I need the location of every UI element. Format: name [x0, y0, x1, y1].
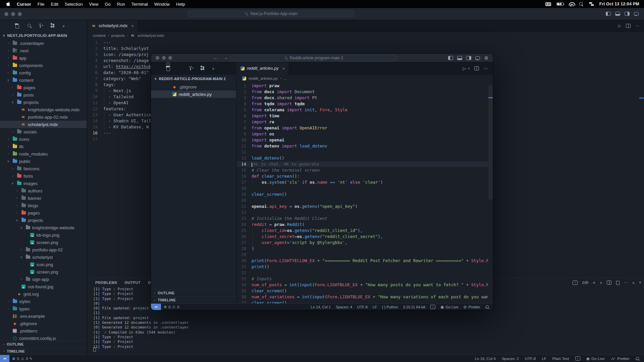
tree-item--gitignore[interactable]: ◆.gitignore — [0, 320, 87, 327]
menu-item-go[interactable]: Go — [105, 2, 110, 7]
tree-item-portfolio-app-02-mdx[interactable]: M↓portfolio-app-02.mdx — [0, 113, 87, 121]
panel-tab-problems[interactable]: PROBLEMS — [95, 281, 117, 285]
problems-status[interactable]: ⊗0 ⚠0 — [164, 305, 179, 309]
code-line-20[interactable]: 20 — [237, 197, 488, 203]
code-line-16[interactable]: 16def clear_screen(): — [237, 173, 488, 179]
code-line-21[interactable]: 21openai.api_key = os.getenv("open_api_k… — [237, 203, 488, 209]
tree-item-projects[interactable]: ∨projects — [0, 99, 87, 106]
toggle-panel-icon[interactable] — [457, 56, 462, 60]
code-line-28[interactable]: 28) — [237, 246, 488, 252]
bg-editor-scrollbar[interactable] — [639, 32, 644, 262]
chat-icon[interactable] — [475, 56, 480, 60]
tree-item--env-example[interactable]: .env.example — [0, 312, 87, 320]
kill-terminal-icon[interactable] — [616, 281, 620, 285]
code-line-8[interactable]: 8from openai import OpenAIError — [237, 125, 488, 131]
notifications-bell[interactable] — [636, 357, 639, 361]
tree-item-config[interactable]: ›config — [0, 69, 87, 76]
go-live[interactable]: ◉Go Live — [440, 305, 458, 309]
explorer-icon[interactable] — [166, 66, 171, 71]
tree-item-public[interactable]: ∨public — [0, 158, 87, 165]
code-line-25[interactable]: 25 client_id=os.getenv("reddit_client_id… — [237, 228, 488, 234]
menu-item-cursor[interactable]: Cursor — [17, 2, 31, 7]
tree-item--gitignore[interactable]: ◆.gitignore — [151, 83, 236, 90]
tree-item-screen-png[interactable]: ▲screen.png — [0, 239, 87, 246]
tree-item-content[interactable]: ∨content — [0, 76, 87, 84]
bg-breadcrumb[interactable]: content› projects› M↓ scholarlyst.mdx — [88, 32, 644, 40]
tree-item-node-modules[interactable]: ›node_modules — [0, 150, 87, 158]
problems-status[interactable]: ⊗0 ⚠0 — [12, 356, 28, 361]
toggle-right-sidebar-icon[interactable] — [466, 56, 471, 60]
code-line-27[interactable]: 27 user_agent='script by @tylergbbs', — [237, 240, 488, 246]
run-python-icon[interactable]: ▷ — [463, 66, 466, 71]
tab-reddit-articles-py[interactable]: reddit_articles.py × — [236, 62, 289, 74]
terminal-dropdown-icon[interactable]: ∨ — [600, 281, 602, 285]
code-line-34[interactable]: 34num_of_posts = int(input(Fore.LIGHTBLU… — [237, 282, 488, 288]
code-line-11[interactable]: 11from dotenv import load_dotenv — [237, 143, 488, 149]
apple-menu-icon[interactable] — [6, 2, 10, 6]
toggle-left-sidebar-icon[interactable] — [448, 56, 453, 60]
eol[interactable]: LF — [373, 305, 377, 309]
chevron-down-icon[interactable]: ∨ — [212, 67, 214, 70]
panel-tab-output[interactable]: OUTPUT — [125, 281, 141, 285]
python-version[interactable]: 3.10.11 64-bit — [403, 305, 425, 309]
tree-item-pages[interactable]: ›pages — [0, 209, 87, 217]
menu-item-help[interactable]: Help — [176, 2, 185, 7]
indentation[interactable]: Spaces: 4 — [336, 305, 352, 309]
code-line-32[interactable]: 32 — [237, 270, 488, 276]
tree-item-knightsbridge-website-mdx[interactable]: M↓knightsbridge-website.mdx — [0, 106, 87, 113]
code-line-10[interactable]: 10import openai — [237, 137, 488, 143]
code-line-12[interactable]: 12 — [237, 149, 488, 155]
split-editor-icon[interactable] — [474, 66, 479, 70]
spotlight-icon[interactable] — [579, 2, 584, 6]
tree-item-reddit-articles-py[interactable]: reddit_articles.py — [151, 90, 236, 98]
outline-section[interactable]: › OUTLINE — [151, 289, 236, 296]
bg-window-controls[interactable] — [4, 12, 22, 16]
tree-item-socials[interactable]: ›socials — [0, 128, 87, 135]
tree-item-app[interactable]: ›app — [0, 54, 87, 62]
toggle-left-sidebar-icon[interactable] — [606, 12, 611, 16]
tree-item-screen-png[interactable]: ▲screen.png — [0, 268, 87, 276]
code-line-1[interactable]: 1--- — [88, 40, 639, 46]
tree-item-grid-svg[interactable]: *grid.svg — [0, 290, 87, 298]
code-line-2[interactable]: 2from docx import Document — [237, 89, 488, 95]
tree-item-blogs[interactable]: ›blogs — [0, 202, 87, 209]
tree-item-authors[interactable]: ›authors — [0, 187, 87, 194]
tree-item-scholarlyst[interactable]: ∨scholarlyst — [0, 253, 87, 261]
tree-item-favicons[interactable]: ›favicons — [0, 165, 87, 172]
keyboard-icon[interactable] — [545, 2, 551, 6]
code-line-14[interactable]: 14⌘L to chat, ⌘K to generate — [237, 161, 488, 167]
notifications-bell[interactable] — [485, 305, 489, 309]
maximize-panel-icon[interactable]: ∧ — [632, 281, 635, 285]
wifi-icon[interactable] — [569, 2, 574, 6]
code-line-33[interactable]: 33# Inputs — [237, 276, 488, 282]
tree-item-projects[interactable]: ∨projects — [0, 217, 87, 224]
code-line-3[interactable]: 3from docx.shared import Pt — [237, 95, 488, 101]
language-mode[interactable]: Plain Text — [552, 357, 569, 361]
tree-item-fonts[interactable]: ›fonts — [0, 172, 87, 180]
chat-icon[interactable] — [634, 12, 639, 16]
remote-indicator[interactable]: >< — [0, 355, 9, 362]
split-editor-icon[interactable] — [626, 24, 631, 28]
lightning-icon[interactable]: ϟ — [30, 357, 32, 361]
fg-code-editor[interactable]: 1import praw2from docx import Document3f… — [237, 83, 488, 303]
tab-scholarlyst-mdx[interactable]: M↓ scholarlyst.mdx × — [88, 20, 138, 32]
timeline-section[interactable]: › TIMELINE — [151, 296, 236, 303]
toggle-right-sidebar-icon[interactable] — [625, 12, 630, 16]
code-line-15[interactable]: 15# Clear the terminal screen — [237, 167, 488, 173]
tree-item-icon-png[interactable]: ▲icon.png — [0, 261, 87, 268]
code-line-5[interactable]: 5from colorama import init, Fore, Style — [237, 107, 488, 113]
minimize-window-button[interactable] — [162, 56, 166, 60]
source-control-icon[interactable] — [39, 23, 44, 28]
tree-item--next[interactable]: ›.next — [0, 47, 87, 54]
toggle-panel-icon[interactable] — [615, 12, 620, 16]
source-control-icon[interactable] — [189, 66, 194, 71]
cursor-position[interactable]: Ln 14, Col 1 — [311, 305, 331, 309]
close-tab-icon[interactable]: × — [282, 66, 285, 71]
code-line-31[interactable]: 31print() — [237, 264, 488, 270]
back-icon[interactable]: ← — [213, 55, 218, 60]
close-tab-icon[interactable]: × — [131, 23, 134, 28]
code-line-9[interactable]: 9import os — [237, 131, 488, 137]
explorer-icon[interactable] — [15, 23, 20, 28]
code-line-18[interactable]: 18 — [237, 185, 488, 191]
tree-item-styles[interactable]: ›styles — [0, 298, 87, 305]
